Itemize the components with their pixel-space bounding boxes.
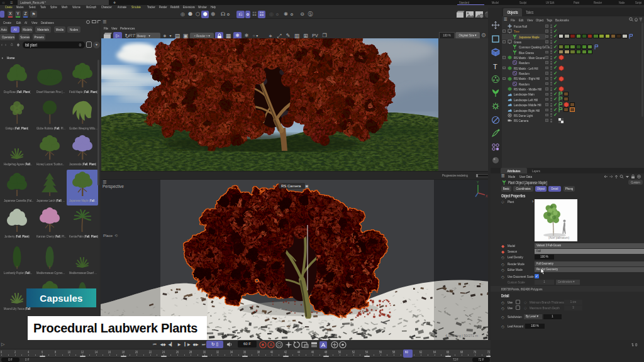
- svg-text:☰: ☰: [103, 180, 106, 184]
- svg-text:(Acer palmatum): (Acer palmatum): [548, 236, 570, 239]
- svg-text:A: A: [270, 343, 273, 347]
- svg-text:RS Camera: RS Camera: [281, 184, 301, 188]
- svg-text:▣: ▣: [305, 184, 309, 188]
- svg-text:T: T: [493, 63, 497, 70]
